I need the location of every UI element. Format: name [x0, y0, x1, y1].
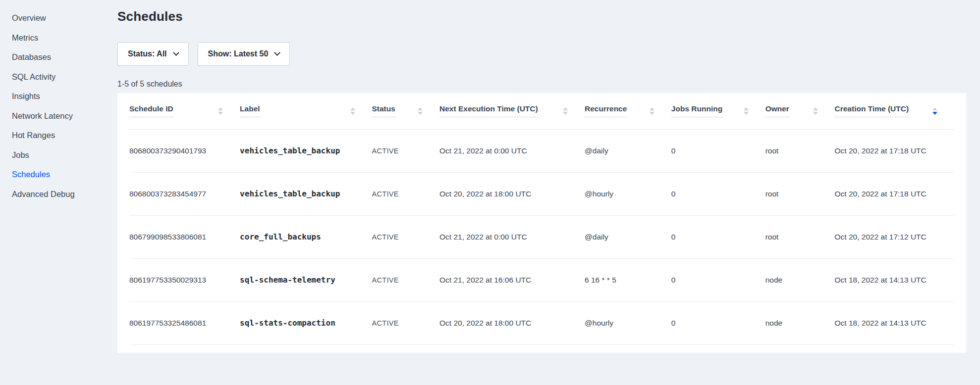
- sort-icon[interactable]: [563, 107, 568, 115]
- status-cell: ACTIVE: [372, 258, 440, 301]
- schedule-id-cell: 806197753350029313: [129, 258, 240, 301]
- schedule-id-cell: 806197753325486081: [129, 301, 240, 344]
- column-header-next-execution[interactable]: Next Execution Time (UTC): [439, 93, 585, 129]
- schedule-label-cell: sql-schema-telemetry: [240, 258, 372, 301]
- table-row: 806197753325486081 sql-stats-compaction …: [129, 301, 954, 344]
- column-header-recurrence[interactable]: Recurrence: [585, 93, 671, 129]
- column-header-owner[interactable]: Owner: [765, 93, 835, 129]
- chevron-down-icon: [274, 49, 280, 56]
- sidebar: Overview Metrics Databases SQL Activity …: [0, 0, 117, 385]
- next-execution-cell: Oct 20, 2022 at 18:00 UTC: [439, 172, 585, 215]
- table-header-row: Schedule ID Label Status Next Execution …: [129, 93, 954, 129]
- schedules-table: Schedule ID Label Status Next Execution …: [129, 93, 954, 345]
- next-execution-cell: Oct 21, 2022 at 0:00 UTC: [439, 215, 585, 258]
- column-header-schedule-id[interactable]: Schedule ID: [129, 93, 240, 129]
- creation-time-cell: Oct 20, 2022 at 17:12 UTC: [835, 215, 954, 258]
- column-header-label: Creation Time (UTC): [835, 104, 909, 117]
- owner-cell: root: [765, 215, 835, 258]
- recurrence-cell: @hourly: [585, 301, 671, 344]
- recurrence-cell: @daily: [585, 215, 671, 258]
- schedule-id-cell: 806799098533806081: [129, 215, 240, 258]
- page-title: Schedules: [117, 9, 966, 24]
- filter-bar: Status: All Show: Latest 50: [117, 42, 966, 66]
- column-header-label: Status: [372, 104, 395, 117]
- owner-cell: node: [765, 301, 835, 344]
- recurrence-cell: 6 16 * * 5: [585, 258, 671, 301]
- chevron-down-icon: [173, 49, 179, 56]
- sidebar-item-insights[interactable]: Insights: [0, 87, 117, 106]
- table-row: 806197753350029313 sql-schema-telemetry …: [129, 258, 954, 301]
- status-filter-dropdown[interactable]: Status: All: [117, 42, 189, 66]
- sort-icon[interactable]: [218, 107, 223, 115]
- jobs-running-cell: 0: [671, 258, 765, 301]
- next-execution-cell: Oct 20, 2022 at 18:00 UTC: [439, 301, 585, 344]
- jobs-running-cell: 0: [671, 129, 765, 172]
- schedules-table-card: Schedule ID Label Status Next Execution …: [117, 93, 966, 353]
- sort-icon[interactable]: [418, 107, 423, 115]
- show-filter-dropdown[interactable]: Show: Latest 50: [198, 42, 290, 66]
- sort-icon[interactable]: [744, 107, 749, 115]
- sort-icon[interactable]: [813, 107, 818, 115]
- sidebar-item-overview[interactable]: Overview: [0, 8, 117, 28]
- sidebar-item-sql-activity[interactable]: SQL Activity: [0, 67, 117, 87]
- schedule-label-cell: vehicles_table_backup: [240, 129, 372, 172]
- column-header-label[interactable]: Label: [240, 93, 372, 129]
- table-row: 806800373283454977 vehicles_table_backup…: [129, 172, 954, 215]
- sidebar-item-metrics[interactable]: Metrics: [0, 28, 117, 48]
- owner-cell: root: [765, 172, 835, 215]
- sidebar-item-jobs[interactable]: Jobs: [0, 145, 117, 165]
- sidebar-item-hot-ranges[interactable]: Hot Ranges: [0, 126, 117, 145]
- sidebar-item-network-latency[interactable]: Network Latency: [0, 106, 117, 126]
- results-count: 1-5 of 5 schedules: [117, 80, 966, 89]
- sort-icon[interactable]: [350, 107, 355, 115]
- next-execution-cell: Oct 21, 2022 at 16:06 UTC: [439, 258, 585, 301]
- sort-icon[interactable]: [650, 107, 654, 115]
- status-cell: ACTIVE: [372, 129, 440, 172]
- recurrence-cell: @hourly: [585, 172, 671, 215]
- sidebar-nav-list: Overview Metrics Databases SQL Activity …: [0, 8, 117, 204]
- main-content: Schedules Status: All Show: Latest 50 1-…: [117, 0, 980, 385]
- jobs-running-cell: 0: [671, 301, 765, 344]
- show-filter-label: Show: Latest 50: [208, 49, 269, 58]
- status-filter-label: Status: All: [128, 49, 167, 58]
- sort-desc-icon[interactable]: [932, 107, 937, 115]
- column-header-creation-time[interactable]: Creation Time (UTC): [835, 93, 954, 129]
- column-header-status[interactable]: Status: [372, 93, 440, 129]
- status-cell: ACTIVE: [372, 215, 440, 258]
- table-row: 806800373290401793 vehicles_table_backup…: [129, 129, 954, 172]
- next-execution-cell: Oct 21, 2022 at 0:00 UTC: [439, 129, 585, 172]
- column-header-label: Next Execution Time (UTC): [439, 104, 538, 117]
- recurrence-cell: @daily: [585, 129, 671, 172]
- status-cell: ACTIVE: [372, 301, 440, 344]
- column-header-jobs-running[interactable]: Jobs Running: [671, 93, 765, 129]
- creation-time-cell: Oct 20, 2022 at 17:18 UTC: [835, 172, 954, 215]
- column-header-label: Recurrence: [585, 104, 627, 117]
- column-header-label: Jobs Running: [671, 104, 722, 117]
- column-header-label: Label: [240, 104, 260, 117]
- sidebar-item-databases[interactable]: Databases: [0, 48, 117, 67]
- table-row: 806799098533806081 core_full_backups ACT…: [129, 215, 954, 258]
- schedule-label-cell: vehicles_table_backup: [240, 172, 372, 215]
- creation-time-cell: Oct 18, 2022 at 14:13 UTC: [835, 258, 954, 301]
- schedule-label-cell: core_full_backups: [240, 215, 372, 258]
- app-layout: Overview Metrics Databases SQL Activity …: [0, 0, 980, 385]
- creation-time-cell: Oct 18, 2022 at 14:13 UTC: [835, 301, 954, 344]
- owner-cell: node: [765, 258, 835, 301]
- schedule-label-cell: sql-stats-compaction: [240, 301, 372, 344]
- sidebar-item-schedules[interactable]: Schedules: [0, 165, 117, 185]
- status-cell: ACTIVE: [372, 172, 440, 215]
- schedule-id-cell: 806800373283454977: [129, 172, 240, 215]
- jobs-running-cell: 0: [671, 172, 765, 215]
- schedule-id-cell: 806800373290401793: [129, 129, 240, 172]
- column-header-label: Owner: [765, 104, 789, 117]
- owner-cell: root: [765, 129, 835, 172]
- sidebar-item-advanced-debug[interactable]: Advanced Debug: [0, 185, 117, 204]
- creation-time-cell: Oct 20, 2022 at 17:18 UTC: [835, 129, 954, 172]
- column-header-label: Schedule ID: [129, 104, 173, 117]
- jobs-running-cell: 0: [671, 215, 765, 258]
